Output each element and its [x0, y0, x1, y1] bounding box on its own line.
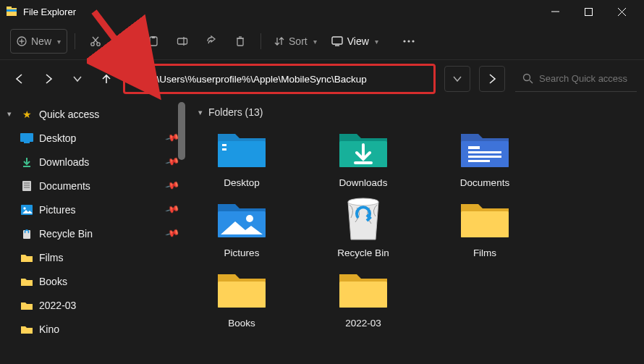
back-button[interactable] — [7, 67, 32, 91]
address-path: C:\Users\%userprofile%\Apple\MobileSync\… — [147, 74, 367, 85]
svg-rect-46 — [468, 146, 480, 149]
folder-desktop[interactable]: Desktop — [198, 127, 285, 188]
svg-rect-21 — [237, 38, 243, 46]
new-button[interactable]: New ▾ — [10, 29, 67, 54]
separator — [75, 33, 75, 49]
sidebar-item-kino[interactable]: Kino — [0, 317, 185, 341]
folder-films[interactable]: Films — [441, 197, 528, 258]
folder-icon — [335, 267, 391, 312]
sidebar-item-label: Desktop — [39, 132, 76, 144]
folders-section-header[interactable]: ▾ Folders (13) — [198, 106, 631, 118]
svg-line-13 — [93, 37, 98, 43]
recyclebin-icon — [20, 227, 33, 240]
svg-point-27 — [407, 40, 410, 42]
folder-icon — [20, 275, 33, 288]
more-button[interactable] — [396, 29, 422, 54]
sidebar-item-pictures[interactable]: Pictures 📌 — [0, 198, 185, 221]
svg-rect-42 — [222, 148, 226, 151]
chevron-down-icon: ▾ — [313, 38, 317, 46]
chevron-down-icon: ▾ — [4, 109, 14, 119]
sidebar-item-desktop[interactable]: Desktop 📌 — [0, 126, 185, 150]
up-button[interactable] — [94, 67, 119, 91]
cut-button[interactable] — [82, 29, 109, 54]
folder-pictures[interactable]: Pictures — [198, 197, 285, 258]
documents-icon — [20, 179, 33, 192]
folder-label: Pictures — [224, 247, 260, 258]
delete-button[interactable] — [227, 29, 253, 54]
scrollbar[interactable] — [178, 102, 185, 160]
search-input[interactable] — [539, 73, 630, 84]
minimize-button[interactable] — [538, 0, 572, 23]
sidebar-item-downloads[interactable]: Downloads 📌 — [0, 150, 185, 174]
svg-rect-45 — [461, 141, 509, 167]
paste-button[interactable] — [140, 29, 166, 54]
svg-rect-19 — [178, 38, 187, 44]
sidebar-item-label: 2022-03 — [39, 300, 76, 311]
chevron-down-icon: ▾ — [198, 108, 203, 117]
maximize-button[interactable] — [572, 0, 605, 23]
svg-point-29 — [524, 75, 530, 81]
folder-downloads[interactable]: Downloads — [320, 127, 407, 188]
forward-button[interactable] — [36, 67, 61, 91]
svg-line-14 — [93, 37, 98, 43]
svg-rect-55 — [339, 282, 387, 308]
svg-rect-5 — [585, 8, 592, 15]
titlebar: File Explorer — [0, 0, 644, 23]
window-title: File Explorer — [23, 7, 538, 17]
svg-rect-18 — [152, 36, 156, 38]
svg-rect-24 — [332, 37, 342, 44]
address-bar[interactable]: ★ C:\Users\%userprofile%\Apple\MobileSyn… — [123, 64, 436, 94]
rename-button[interactable] — [169, 29, 195, 54]
new-label: New — [31, 35, 51, 47]
address-history-button[interactable] — [444, 66, 470, 92]
folder-2022-03[interactable]: 2022-03 — [320, 267, 407, 329]
folder-documents[interactable]: Documents — [441, 127, 528, 188]
svg-rect-48 — [468, 156, 501, 158]
pictures-folder-icon — [213, 197, 270, 242]
recent-button[interactable] — [65, 67, 90, 91]
share-button[interactable] — [198, 29, 224, 54]
close-button[interactable] — [605, 0, 638, 23]
sidebar-item-2022-03[interactable]: 2022-03 — [0, 293, 185, 317]
search-box[interactable] — [515, 66, 637, 92]
svg-point-38 — [23, 207, 25, 209]
sidebar-item-films[interactable]: Films — [0, 245, 185, 269]
svg-point-51 — [246, 215, 253, 222]
pin-icon: 📌 — [164, 202, 179, 217]
folder-books[interactable]: Books — [198, 267, 285, 329]
pin-icon: 📌 — [164, 226, 179, 241]
folder-label: Downloads — [339, 177, 388, 188]
folder-label: Documents — [460, 177, 509, 188]
svg-rect-47 — [468, 151, 501, 153]
svg-point-28 — [412, 40, 414, 42]
sidebar-item-label: Quick access — [39, 109, 99, 120]
folder-label: 2022-03 — [345, 318, 381, 329]
sort-button[interactable]: Sort ▾ — [268, 29, 323, 54]
desktop-icon — [20, 132, 33, 145]
sidebar-quick-access[interactable]: ▾ ★ Quick access — [0, 102, 185, 126]
svg-rect-41 — [222, 144, 226, 146]
sidebar-item-documents[interactable]: Documents 📌 — [0, 174, 185, 198]
folder-label: Films — [473, 247, 496, 258]
chevron-down-icon: ▾ — [57, 38, 61, 46]
copy-button[interactable] — [111, 29, 137, 54]
sidebar-item-recyclebin[interactable]: Recycle Bin 📌 — [0, 221, 185, 245]
refresh-button[interactable] — [479, 66, 505, 92]
sort-icon — [274, 36, 284, 46]
svg-point-26 — [403, 40, 405, 42]
svg-point-12 — [97, 43, 100, 46]
desktop-folder-icon — [213, 127, 270, 172]
pin-icon: 📌 — [164, 178, 179, 193]
recyclebin-icon — [335, 197, 391, 242]
folder-recyclebin[interactable]: Recycle Bin — [320, 197, 407, 258]
documents-folder-icon — [457, 127, 513, 172]
folder-icon — [457, 197, 513, 242]
folder-icon — [20, 251, 33, 264]
sidebar-item-books[interactable]: Books — [0, 269, 185, 293]
view-button[interactable]: View ▾ — [326, 29, 384, 54]
folder-icon — [20, 299, 33, 312]
svg-point-52 — [348, 198, 378, 206]
star-icon: ★ — [20, 108, 33, 121]
section-label: Folders (13) — [208, 106, 263, 118]
toolbar: New ▾ Sort ▾ View ▾ — [0, 23, 644, 59]
